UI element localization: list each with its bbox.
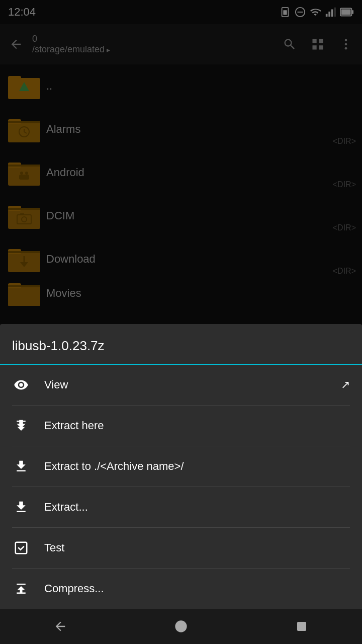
sheet-item-label: Extract... xyxy=(44,501,350,514)
sheet-item-label: View xyxy=(44,378,327,391)
sheet-item-compress[interactable]: Compress... xyxy=(0,569,362,609)
sheet-item-test[interactable]: Test xyxy=(0,528,362,568)
external-link-icon: ↗ xyxy=(341,378,350,391)
svg-point-45 xyxy=(175,620,187,632)
svg-rect-44 xyxy=(16,542,27,554)
sheet-item-extract-here[interactable]: Extract here xyxy=(0,406,362,446)
nav-bar xyxy=(0,609,362,644)
nav-recent-button[interactable] xyxy=(287,611,317,641)
sheet-item-extract-to[interactable]: Extract to ./<Archive name>/ xyxy=(0,446,362,487)
sheet-item-label: Extract here xyxy=(44,419,350,432)
sheet-title: libusb-1.0.23.7z xyxy=(0,324,362,365)
bottom-sheet: libusb-1.0.23.7z View ↗ Extract here xyxy=(0,324,362,609)
test-icon xyxy=(12,539,30,557)
nav-home-button[interactable] xyxy=(166,611,196,641)
sheet-item-label: Test xyxy=(44,541,350,554)
extract-ellipsis-icon xyxy=(12,498,30,516)
svg-rect-46 xyxy=(297,622,306,631)
sheet-item-label: Compress... xyxy=(44,582,350,595)
compress-icon xyxy=(12,580,30,598)
sheet-item-extract[interactable]: Extract... xyxy=(0,487,362,527)
sheet-item-view[interactable]: View ↗ xyxy=(0,365,362,405)
extract-to-icon xyxy=(12,457,30,475)
sheet-item-label: Extract to ./<Archive name>/ xyxy=(44,460,350,473)
extract-here-icon xyxy=(12,417,30,435)
eye-icon xyxy=(12,376,30,394)
nav-back-button[interactable] xyxy=(45,611,75,641)
